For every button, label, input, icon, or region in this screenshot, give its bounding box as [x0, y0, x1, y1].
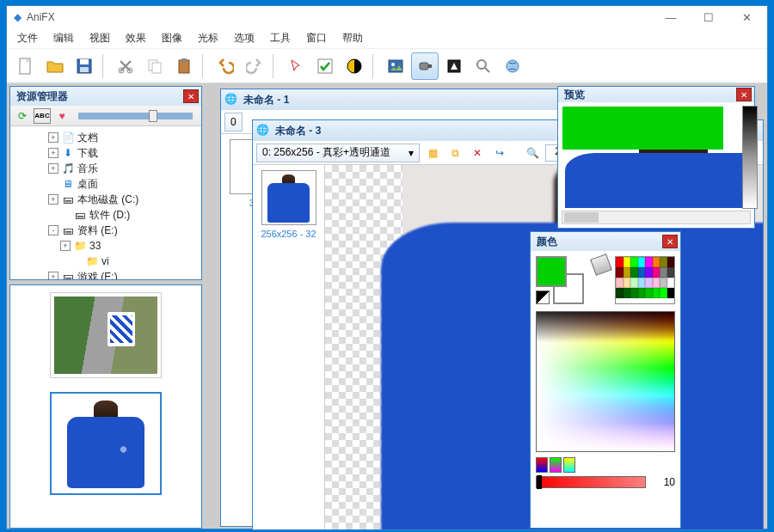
copy-icon[interactable] [141, 52, 169, 80]
image-icon[interactable] [382, 52, 409, 80]
gradient-strip[interactable] [742, 106, 758, 209]
maximize-button[interactable]: ☐ [690, 7, 728, 28]
palette-cell[interactable] [616, 257, 624, 267]
palette-cell[interactable] [645, 278, 653, 288]
save-file-icon[interactable] [71, 52, 98, 80]
menu-image[interactable]: 图像 [155, 28, 189, 48]
palette-cell[interactable] [616, 288, 624, 298]
menu-tools[interactable]: 工具 [263, 28, 298, 48]
palette-cell[interactable] [630, 278, 638, 288]
tree-item[interactable]: +🎵音乐 [12, 161, 200, 176]
crop-icon[interactable] [440, 52, 468, 80]
abc-icon[interactable]: ABC [34, 108, 51, 124]
preview-close-icon[interactable]: ✕ [736, 88, 752, 101]
palette-cell[interactable] [667, 278, 675, 288]
palette-cell[interactable] [624, 278, 631, 288]
minimize-button[interactable]: — [652, 7, 690, 28]
palette-cell[interactable] [638, 257, 646, 267]
fg-color-swatch[interactable] [536, 256, 567, 287]
palette-cell[interactable] [667, 288, 675, 298]
menu-file[interactable]: 文件 [10, 28, 45, 48]
add-frame-icon[interactable]: ▦ [423, 144, 442, 162]
undo-icon[interactable] [212, 52, 239, 80]
color-swatches[interactable] [536, 256, 584, 304]
palette-cell[interactable] [667, 267, 675, 278]
palette-cell[interactable] [653, 278, 660, 288]
palette-cell[interactable] [660, 288, 667, 298]
tree-item[interactable]: +🖴游戏 (E:) [12, 269, 200, 279]
folder-tree[interactable]: +📄文档+⬇下载+🎵音乐🖥桌面+🖴本地磁盘 (C:)🖴软件 (D:)-🖴资料 (… [10, 126, 201, 279]
open-file-icon[interactable] [41, 52, 69, 80]
tree-item[interactable]: +📁33 [12, 238, 200, 254]
palette-cell[interactable] [624, 267, 631, 278]
default-colors-icon[interactable] [536, 290, 550, 304]
palette-cell[interactable] [624, 288, 631, 298]
plug-icon[interactable] [411, 52, 439, 80]
heart-icon[interactable]: ♥ [53, 108, 71, 124]
palette-cell[interactable] [653, 267, 660, 278]
palette-cell[interactable] [645, 257, 653, 267]
resource-close-icon[interactable]: ✕ [183, 89, 199, 103]
tree-item[interactable]: 🖴软件 (D:) [12, 207, 200, 223]
preview-scrollbar[interactable] [562, 211, 751, 224]
tree-item[interactable]: +🖴本地磁盘 (C:) [12, 192, 200, 207]
palette-cell[interactable] [638, 288, 646, 298]
zoom-tool-icon[interactable]: 🔍 [523, 144, 542, 162]
recent-colors[interactable] [536, 457, 675, 473]
color-value-slider[interactable] [536, 476, 646, 488]
menu-effects[interactable]: 效果 [119, 28, 153, 48]
cut-icon[interactable] [112, 52, 139, 80]
format-select[interactable]: 0: 256x256 - 真彩+透明通道▾ [256, 144, 420, 162]
palette-cell[interactable] [624, 257, 631, 267]
menu-cursor[interactable]: 光标 [191, 28, 225, 48]
palette-cell[interactable] [638, 267, 646, 278]
tree-item[interactable]: +⬇下载 [12, 145, 200, 161]
color-close-icon[interactable]: ✕ [662, 235, 678, 248]
color-panel: 颜色 ✕ [530, 231, 681, 529]
menu-options[interactable]: 选项 [227, 28, 261, 48]
palette-cell[interactable] [616, 267, 624, 278]
palette-cell[interactable] [630, 267, 638, 278]
menu-help[interactable]: 帮助 [335, 28, 370, 48]
color-picker[interactable] [536, 311, 675, 452]
palette-cell[interactable] [645, 267, 653, 278]
close-button[interactable]: ✕ [728, 7, 765, 28]
palette-cell[interactable] [638, 278, 646, 288]
target-icon[interactable] [341, 52, 368, 80]
thumbnail-item-selected[interactable] [50, 392, 162, 495]
menu-view[interactable]: 视图 [83, 28, 117, 48]
palette-cell[interactable] [630, 257, 638, 267]
menu-window[interactable]: 窗口 [299, 28, 334, 48]
paste-icon[interactable] [170, 52, 198, 80]
palette-cell[interactable] [630, 288, 638, 298]
palette-cell[interactable] [660, 278, 667, 288]
tree-item[interactable]: 🖥桌面 [12, 176, 200, 192]
thumb-size-slider[interactable] [78, 113, 193, 119]
refresh-icon[interactable]: ⟳ [14, 108, 31, 124]
delete-frame-icon[interactable]: ✕ [468, 144, 487, 162]
dup-frame-icon[interactable]: ⧉ [445, 144, 464, 162]
thumbnail-item[interactable] [50, 292, 162, 378]
tree-item[interactable]: 📁vi [12, 254, 200, 269]
color-palette[interactable] [615, 256, 675, 304]
tree-item[interactable]: -🖴资料 (E:) [12, 223, 200, 238]
palette-cell[interactable] [645, 288, 653, 298]
palette-cell[interactable] [653, 288, 660, 298]
tree-item[interactable]: +📄文档 [12, 130, 200, 145]
doc2-frame-thumb[interactable] [261, 170, 316, 225]
export-frame-icon[interactable]: ↪ [490, 144, 509, 162]
palette-cell[interactable] [660, 257, 667, 267]
cursor-icon[interactable] [282, 52, 310, 80]
menu-edit[interactable]: 编辑 [46, 28, 81, 48]
zoom-icon[interactable] [470, 52, 497, 80]
new-file-icon[interactable] [12, 52, 40, 80]
redo-icon[interactable] [241, 52, 268, 80]
palette-cell[interactable] [667, 257, 675, 267]
eraser-icon[interactable] [590, 254, 612, 276]
globe-icon[interactable] [499, 52, 526, 80]
check-icon[interactable] [311, 52, 339, 80]
palette-cell[interactable] [653, 257, 660, 267]
palette-cell[interactable] [616, 278, 624, 288]
doc1-format[interactable]: 0 [224, 113, 243, 131]
palette-cell[interactable] [660, 267, 667, 278]
